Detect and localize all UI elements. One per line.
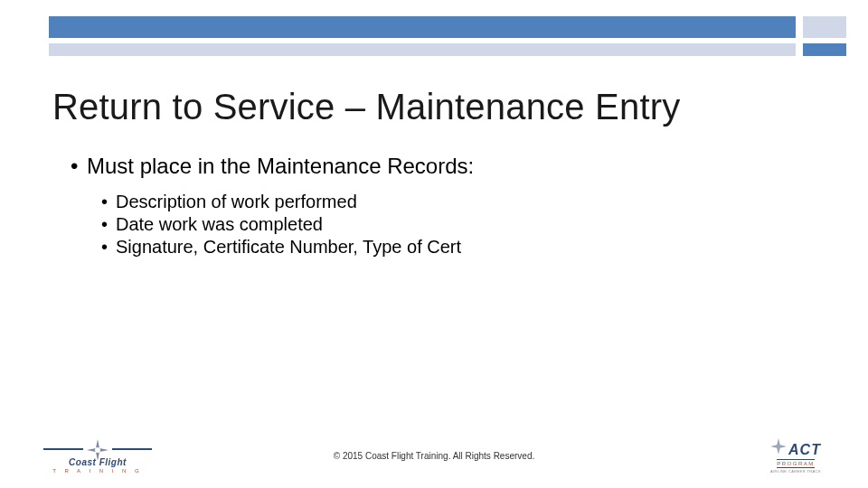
compass-star-icon xyxy=(770,438,787,458)
page-title: Return to Service – Maintenance Entry xyxy=(52,87,680,127)
content-body: • Must place in the Maintenance Records:… xyxy=(71,154,814,259)
act-subtext: AIRLINE CAREER TRACK xyxy=(770,469,821,474)
footer: Coast Flight T R A I N I N G © 2015 Coas… xyxy=(0,438,868,474)
header-bar-gap xyxy=(796,16,803,38)
header-bar-top xyxy=(49,16,846,38)
header-bar-top-main xyxy=(49,16,796,38)
svg-marker-2 xyxy=(770,438,787,455)
header-bar-bottom-main xyxy=(49,43,796,56)
header-bar-gap xyxy=(796,43,803,56)
coast-flight-emblem xyxy=(43,439,152,459)
bullet-level2-text: Signature, Certificate Number, Type of C… xyxy=(116,237,461,258)
act-program-label: PROGRAM xyxy=(777,459,815,468)
bullet-level1-text: Must place in the Maintenance Records: xyxy=(87,154,474,179)
header-bar-bottom-end xyxy=(803,43,846,56)
bullet-level1: • Must place in the Maintenance Records: xyxy=(71,154,814,179)
compass-star-icon xyxy=(87,439,108,461)
svg-point-1 xyxy=(95,447,100,453)
bullet-level2: • Description of work performed xyxy=(101,192,814,212)
header-bar-bottom xyxy=(49,43,846,56)
bullet-icon: • xyxy=(71,154,87,179)
wing-line-right xyxy=(112,448,152,450)
wing-line-left xyxy=(43,448,83,450)
bullet-icon: • xyxy=(101,192,116,212)
bullet-level2-text: Date work was completed xyxy=(116,214,323,235)
bullet-level2-group: • Description of work performed • Date w… xyxy=(101,192,814,258)
act-wordmark: ACT xyxy=(788,442,821,458)
logo-coast-flight: Coast Flight T R A I N I N G xyxy=(43,439,152,474)
header-bars xyxy=(49,16,846,56)
header-bar-top-end xyxy=(803,16,846,38)
bullet-level2: • Date work was completed xyxy=(101,214,814,235)
bullet-level2: • Signature, Certificate Number, Type of… xyxy=(101,237,814,258)
coast-flight-subtext: T R A I N I N G xyxy=(52,468,143,474)
bullet-icon: • xyxy=(101,214,116,235)
bullet-level2-text: Description of work performed xyxy=(116,192,357,212)
act-emblem: ACT xyxy=(770,438,821,458)
logo-act: ACT PROGRAM AIRLINE CAREER TRACK xyxy=(760,438,832,474)
bullet-icon: • xyxy=(101,237,116,258)
